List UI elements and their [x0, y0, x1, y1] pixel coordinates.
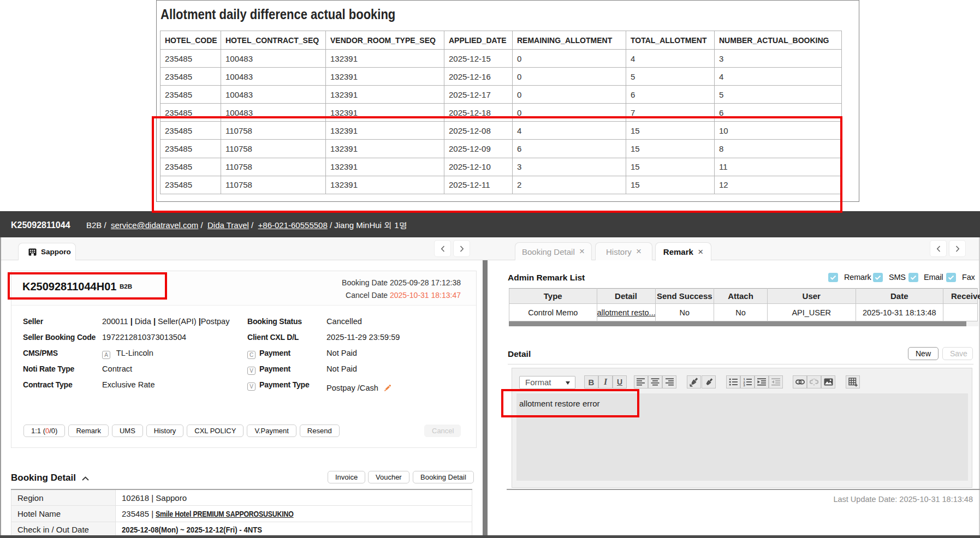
- svg-text:3: 3: [744, 384, 745, 386]
